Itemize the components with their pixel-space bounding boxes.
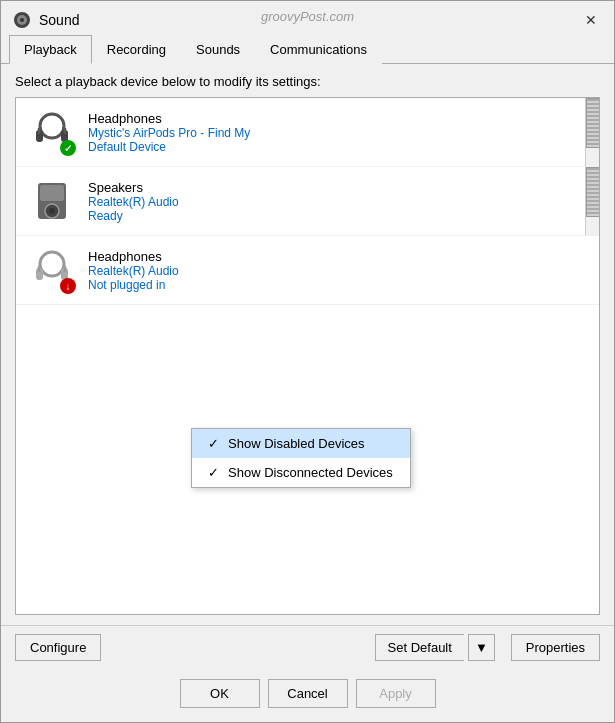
device-name: Speakers	[88, 180, 587, 195]
device-info-headphones-default: Headphones Mystic's AirPods Pro - Find M…	[88, 111, 587, 154]
svg-point-12	[40, 252, 64, 276]
device-icon-headphones-default: ✓	[28, 108, 76, 156]
svg-rect-9	[40, 185, 64, 201]
device-info-headphones-notplugged: Headphones Realtek(R) Audio Not plugged …	[88, 249, 587, 292]
context-menu-show-disabled[interactable]: ✓ Show Disabled Devices	[192, 429, 410, 458]
device-item-headphones-default[interactable]: ✓ Headphones Mystic's AirPods Pro - Find…	[16, 98, 599, 167]
set-default-button[interactable]: Set Default	[375, 634, 464, 661]
sound-dialog: Sound groovyPost.com ✕ Playback Recordin…	[0, 0, 615, 723]
device-name: Headphones	[88, 111, 587, 126]
ok-button[interactable]: OK	[180, 679, 260, 708]
ok-cancel-bar: OK Cancel Apply	[1, 669, 614, 722]
configure-button[interactable]: Configure	[15, 634, 101, 661]
set-default-arrow-button[interactable]: ▼	[468, 634, 495, 661]
sound-icon	[13, 11, 31, 29]
svg-point-3	[40, 114, 64, 138]
device-sub: Mystic's AirPods Pro - Find My	[88, 126, 587, 140]
scrollbar-track[interactable]	[585, 98, 599, 166]
properties-button[interactable]: Properties	[511, 634, 600, 661]
svg-point-11	[49, 208, 55, 214]
cancel-button[interactable]: Cancel	[268, 679, 348, 708]
context-menu-label-show-disconnected: Show Disconnected Devices	[228, 465, 393, 480]
tab-communications[interactable]: Communications	[255, 35, 382, 64]
dialog-title: Sound	[39, 12, 580, 28]
badge-green: ✓	[60, 140, 76, 156]
apply-button[interactable]: Apply	[356, 679, 436, 708]
main-content: Select a playback device below to modify…	[1, 64, 614, 625]
badge-red: ↓	[60, 278, 76, 294]
device-icon-headphones-notplugged: ↓	[28, 246, 76, 294]
context-menu-label-show-disabled: Show Disabled Devices	[228, 436, 365, 451]
scrollbar-track-2[interactable]	[585, 167, 599, 235]
close-button[interactable]: ✕	[580, 9, 602, 31]
tab-playback[interactable]: Playback	[9, 35, 92, 64]
tab-recording[interactable]: Recording	[92, 35, 181, 64]
context-menu: ✓ Show Disabled Devices ✓ Show Disconnec…	[191, 428, 411, 488]
check-show-disabled: ✓	[208, 436, 228, 451]
device-item-speakers[interactable]: Speakers Realtek(R) Audio Ready	[16, 167, 599, 236]
device-sub: Realtek(R) Audio	[88, 195, 587, 209]
device-sub: Realtek(R) Audio	[88, 264, 587, 278]
device-icon-speakers	[28, 177, 76, 225]
context-menu-show-disconnected[interactable]: ✓ Show Disconnected Devices	[192, 458, 410, 487]
device-status: Not plugged in	[88, 278, 587, 292]
device-item-headphones-notplugged[interactable]: ↓ Headphones Realtek(R) Audio Not plugge…	[16, 236, 599, 305]
device-status: Default Device	[88, 140, 587, 154]
action-buttons: Configure Set Default ▼ Properties	[1, 625, 614, 669]
device-list[interactable]: ✓ Headphones Mystic's AirPods Pro - Find…	[15, 97, 600, 615]
check-show-disconnected: ✓	[208, 465, 228, 480]
svg-point-2	[20, 18, 24, 22]
scrollbar-thumb-2[interactable]	[586, 167, 600, 217]
device-name: Headphones	[88, 249, 587, 264]
device-info-speakers: Speakers Realtek(R) Audio Ready	[88, 180, 587, 223]
title-bar: Sound groovyPost.com ✕	[1, 1, 614, 35]
tabs-bar: Playback Recording Sounds Communications	[1, 35, 614, 64]
device-status: Ready	[88, 209, 587, 223]
scrollbar-thumb[interactable]	[586, 98, 600, 148]
instruction-text: Select a playback device below to modify…	[15, 74, 600, 89]
tab-sounds[interactable]: Sounds	[181, 35, 255, 64]
